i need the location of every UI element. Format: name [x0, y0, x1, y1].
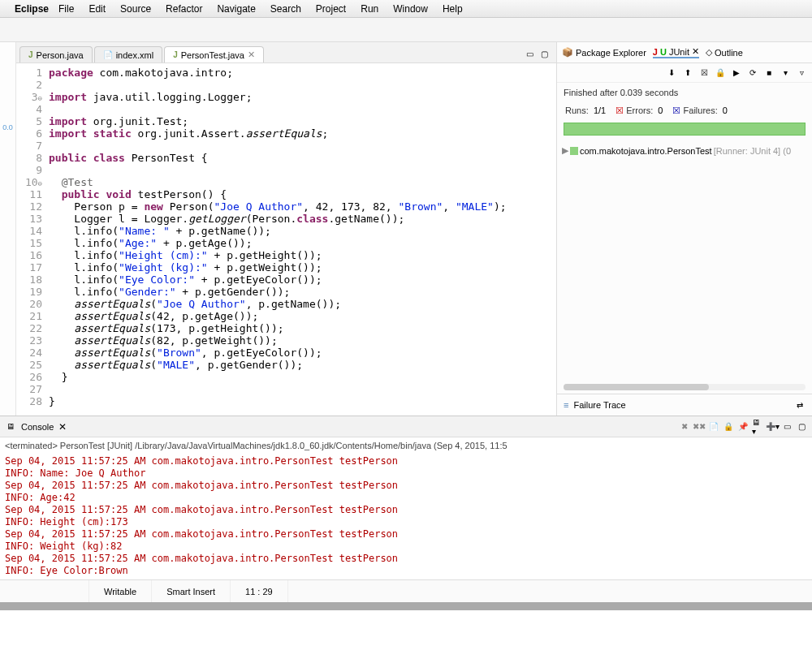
java-file-icon: J	[173, 50, 178, 59]
tab-outline[interactable]: ◇ Outline	[706, 47, 743, 58]
prev-failure-icon[interactable]: ⬆	[682, 67, 693, 79]
horizontal-scrollbar[interactable]	[564, 384, 806, 390]
left-ruler: 0.0	[0, 42, 16, 416]
rerun-test-icon[interactable]: ▶	[731, 67, 742, 79]
console-process-description: <terminated> PersonTest [JUnit] /Library…	[0, 437, 812, 454]
menu-search[interactable]: Search	[270, 3, 301, 15]
history-icon[interactable]: ▾	[780, 67, 791, 79]
menu-project[interactable]: Project	[316, 3, 346, 15]
tab-junit[interactable]: JU JUnit ✕	[653, 46, 699, 58]
console-output[interactable]: Sep 04, 2015 11:57:25 AM com.makotojava.…	[0, 454, 812, 579]
tab-label: PersonTest.java	[181, 50, 244, 60]
failure-icon: ☒	[672, 106, 680, 115]
java-file-icon: J	[28, 50, 33, 59]
window-resize-strip	[0, 602, 812, 610]
open-console-icon[interactable]: ➕▾	[767, 421, 778, 433]
failure-trace-section: ≡ Failure Trace ⇄	[557, 394, 812, 416]
maximize-icon[interactable]: ▢	[796, 421, 807, 433]
insert-mode-status: Smart Insert	[152, 580, 231, 602]
test-pass-icon	[570, 147, 578, 155]
remove-launch-icon[interactable]: ✖	[679, 421, 690, 433]
menu-edit[interactable]: Edit	[89, 3, 106, 15]
status-bar: Writable Smart Insert 11 : 29	[0, 579, 812, 602]
minimize-icon[interactable]: ▭	[781, 421, 793, 433]
scroll-lock-icon[interactable]: 🔒	[723, 421, 734, 433]
tab-label: index.xml	[116, 50, 153, 60]
code-content[interactable]: package com.makotojava.intro; import jav…	[49, 67, 507, 407]
display-selected-icon[interactable]: 🖥▾	[752, 421, 763, 433]
tab-package-explorer[interactable]: 📦 Package Explorer	[562, 47, 646, 58]
macos-menubar: Eclipse FileEditSourceRefactorNavigateSe…	[0, 0, 812, 18]
view-menu-icon[interactable]: ▿	[796, 67, 807, 79]
menu-help[interactable]: Help	[443, 3, 463, 15]
clear-console-icon[interactable]: 📄	[708, 421, 719, 433]
line-numbers-gutter: 123⊖45678910⊖111213141516171819202122232…	[16, 67, 49, 407]
pin-console-icon[interactable]: 📌	[737, 421, 749, 433]
editor-tab[interactable]: JPersonTest.java✕	[164, 46, 264, 62]
junit-progress-bar	[564, 123, 806, 136]
junit-toolbar: ⬇ ⬆ ☒ 🔒 ▶ ⟳ ■ ▾ ▿	[557, 63, 812, 83]
expand-arrow-icon[interactable]: ▶	[562, 145, 568, 156]
xml-file-icon: 📄	[103, 50, 113, 59]
close-icon[interactable]: ✕	[58, 421, 67, 433]
remove-all-icon[interactable]: ✖✖	[693, 421, 705, 433]
junit-finished-status: Finished after 0.039 seconds	[557, 83, 812, 102]
editor-tabs: JPerson.java📄index.xmlJPersonTest.java✕ …	[16, 42, 556, 63]
failure-trace-icon: ≡	[564, 400, 568, 410]
console-view: 🖥 Console ✕ ✖ ✖✖ 📄 🔒 📌 🖥▾ ➕▾ ▭ ▢ <termin…	[0, 416, 812, 579]
maximize-icon[interactable]: ▢	[538, 48, 550, 59]
show-failures-only-icon[interactable]: ☒	[698, 67, 710, 79]
menu-file[interactable]: File	[58, 3, 74, 15]
stop-icon[interactable]: ■	[763, 67, 775, 79]
right-view-tabs: 📦 Package Explorer JU JUnit ✕ ◇ Outline	[557, 42, 812, 63]
writable-status: Writable	[89, 580, 152, 602]
tab-label: Person.java	[37, 50, 84, 60]
code-editor[interactable]: 123⊖45678910⊖111213141516171819202122232…	[16, 63, 556, 407]
cursor-position: 11 : 29	[231, 580, 288, 602]
app-name[interactable]: Eclipse	[15, 3, 49, 15]
editor-tab[interactable]: JPerson.java	[19, 46, 93, 62]
junit-counts: Runs: 1/1 ☒ Errors: 0 ☒ Failures: 0	[557, 102, 812, 119]
eclipse-toolbar	[0, 18, 812, 42]
menu-navigate[interactable]: Navigate	[217, 3, 255, 15]
next-failure-icon[interactable]: ⬇	[666, 67, 677, 79]
console-title: Console	[21, 422, 54, 432]
error-icon: ☒	[615, 106, 624, 115]
minimize-icon[interactable]: ▭	[524, 48, 535, 59]
compare-icon[interactable]: ⇄	[794, 399, 806, 411]
scroll-lock-icon[interactable]: 🔒	[715, 67, 726, 79]
close-icon[interactable]: ✕	[248, 50, 255, 60]
console-icon: 🖥	[5, 421, 16, 433]
rerun-failed-icon[interactable]: ⟳	[747, 67, 758, 79]
editor-tab[interactable]: 📄index.xml	[94, 46, 162, 62]
junit-panel: 📦 Package Explorer JU JUnit ✕ ◇ Outline …	[556, 42, 812, 416]
menu-source[interactable]: Source	[120, 3, 151, 15]
junit-test-tree[interactable]: ▶ com.makotojava.intro.PersonTest [Runne…	[557, 139, 812, 162]
editor-area: JPerson.java📄index.xmlJPersonTest.java✕ …	[16, 42, 556, 416]
menu-refactor[interactable]: Refactor	[166, 3, 202, 15]
menu-run[interactable]: Run	[361, 3, 378, 15]
menu-window[interactable]: Window	[393, 3, 428, 15]
close-icon[interactable]: ✕	[692, 46, 699, 57]
